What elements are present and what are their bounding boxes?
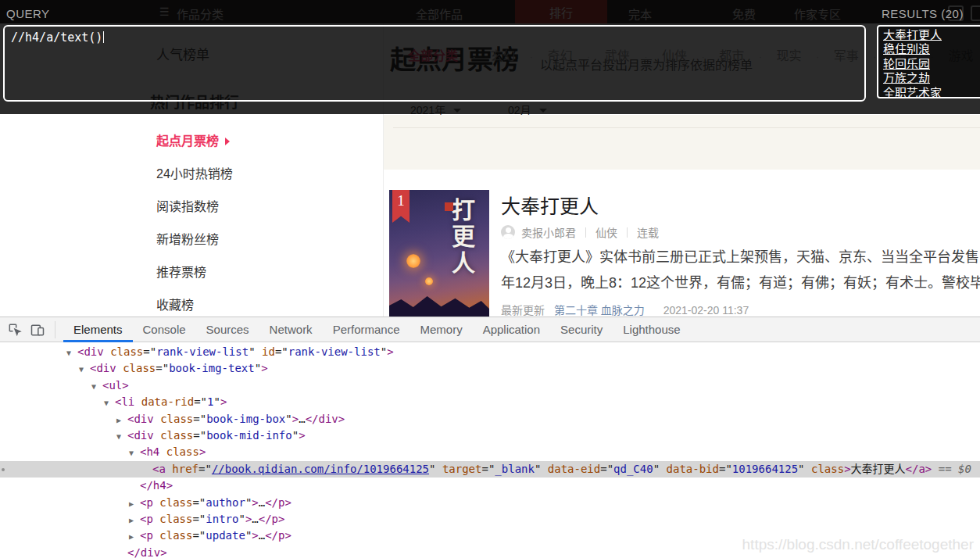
code-token: </div> [306, 413, 345, 425]
dom-tree-row[interactable]: ▶<p class="author">…</p> [0, 495, 980, 511]
text-caret [103, 31, 104, 43]
code-token: </p> [265, 529, 291, 542]
tab-network[interactable]: Network [259, 317, 323, 342]
expand-arrow-icon[interactable]: ▶ [129, 528, 140, 545]
screen: ☰ 作品分类 全部作品 排行 完本 免费 作家专区 人气榜单 热门作品排行 起点… [0, 0, 980, 558]
code-token: > [261, 362, 267, 374]
latest-chapter-link[interactable]: 第二十章 血脉之力 [554, 304, 645, 317]
expand-arrow-icon[interactable]: ▼ [104, 395, 115, 411]
code-token: " [285, 413, 291, 425]
code-token: <div [90, 362, 116, 374]
inspect-element-icon[interactable] [7, 322, 23, 338]
dom-tree-row[interactable]: ▼<div class="rank-view-list" id="rank-vi… [0, 344, 980, 360]
tab-elements[interactable]: Elements [63, 317, 133, 342]
expand-arrow-icon[interactable]: ▶ [129, 512, 140, 528]
code-token: … [252, 513, 258, 525]
code-token: > [387, 345, 393, 358]
code-token: =" [481, 463, 495, 475]
book-author-link[interactable]: 卖报小郎君 [521, 224, 576, 240]
expand-arrow-icon[interactable]: ▶ [116, 412, 127, 428]
code-token: <p [140, 513, 153, 525]
dom-tree-row[interactable]: </h4> [0, 478, 980, 494]
code-token: " [249, 345, 255, 358]
code-token: href [166, 463, 199, 475]
code-token: … [259, 496, 265, 509]
tab-memory[interactable]: Memory [410, 317, 473, 342]
code-token: =" [193, 413, 206, 425]
tab-console[interactable]: Console [133, 317, 196, 342]
dom-tree-row[interactable]: ▶<p class="intro">…</p> [0, 511, 980, 528]
dom-tree-row[interactable]: ▼<li data-rid="1"> [0, 394, 980, 410]
dom-tree-row[interactable]: ▶<div class="book-img-box">…</div> [0, 411, 980, 427]
code-token: == $0 [932, 463, 971, 475]
dom-tree-row[interactable]: ▼<h4 class> [0, 444, 980, 460]
code-token: class [153, 496, 193, 509]
code-token: rank-view-list [288, 345, 381, 358]
xpath-query-input[interactable]: //h4/a/text() [11, 30, 104, 45]
sidebar-item-reading-index[interactable]: 阅读指数榜 [156, 196, 219, 215]
expand-arrow-icon[interactable]: ▼ [129, 445, 140, 461]
sidebar-item-recommend-ticket[interactable]: 推荐票榜 [156, 262, 206, 281]
code-token: <div [127, 429, 154, 442]
book-intro-line1: 《大奉打更人》实体书前三册已正式上架预售，天猫、京东、当当全平台发售 [501, 245, 979, 266]
sidebar-item-24h-sales[interactable]: 24小时热销榜 [156, 163, 233, 182]
code-token: 大奉打更人 [851, 463, 906, 475]
book-cover-image[interactable]: 打更人 1 [389, 190, 489, 323]
tab-sources[interactable]: Sources [196, 317, 259, 342]
code-token: data-rid [134, 395, 194, 408]
dom-tree-row[interactable]: <a href="//book.qidian.com/info/10196641… [0, 461, 980, 478]
code-token: " [238, 513, 245, 525]
tab-application[interactable]: Application [473, 317, 550, 342]
author-avatar-icon [501, 225, 515, 239]
device-toolbar-icon[interactable] [30, 322, 45, 338]
results-label: RESULTS (20) [882, 7, 964, 20]
expand-arrow-icon[interactable]: ▼ [66, 345, 77, 361]
book-title-link[interactable]: 大奉打更人 [501, 191, 599, 219]
expand-arrow-icon[interactable]: ▼ [116, 428, 127, 445]
sidebar-item-collection[interactable]: 收藏榜 [156, 295, 194, 313]
code-token: <a [152, 463, 166, 475]
dom-tree-row[interactable]: ▼<div class="book-mid-info"> [0, 427, 980, 444]
divider [393, 127, 980, 128]
dom-tree-row[interactable]: ▼<div class="book-img-text"> [0, 360, 980, 377]
tab-lighthouse[interactable]: Lighthouse [613, 317, 690, 342]
code-token: > [220, 395, 227, 408]
code-token: <ul> [102, 379, 129, 392]
book-status: 连载 [637, 224, 659, 240]
sidebar-item-monthly-ticket[interactable]: 起点月票榜 [156, 131, 230, 149]
book-genre-link[interactable]: 仙侠 [596, 224, 617, 240]
code-token: =" [719, 463, 732, 475]
code-token: target [435, 463, 481, 475]
code-token: intro [206, 513, 238, 525]
xpath-query-box[interactable]: //h4/a/text() [3, 25, 866, 102]
code-token: </p> [259, 513, 285, 525]
code-token: =" [600, 463, 613, 475]
tab-security[interactable]: Security [550, 317, 613, 342]
divider [627, 227, 628, 238]
result-item: 全职艺术家 [883, 86, 980, 98]
expand-arrow-icon[interactable]: ▶ [129, 495, 140, 512]
code-token: update [206, 529, 245, 542]
code-token: class [159, 445, 199, 458]
dom-tree-row[interactable]: ▼<ul> [0, 377, 980, 394]
update-label: 最新更新 [501, 304, 545, 317]
expand-arrow-icon[interactable]: ▼ [91, 378, 102, 395]
result-item: 稳住别浪 [883, 42, 980, 56]
category-band [384, 115, 980, 170]
code-token: " [255, 362, 261, 374]
code-token: <p [140, 496, 153, 509]
selection-dot [2, 468, 5, 471]
code-token: =" [199, 463, 212, 475]
seal-stamp-icon [445, 202, 453, 211]
code-token: " [381, 345, 387, 358]
code-token: =" [194, 395, 207, 408]
tab-performance[interactable]: Performance [323, 317, 410, 342]
divider [55, 321, 55, 338]
code-token: data-eid [541, 463, 600, 475]
code-token: " [292, 429, 299, 442]
code-token: class [154, 413, 194, 425]
code-token: 1019664125 [732, 463, 798, 475]
sidebar-item-new-fans[interactable]: 新增粉丝榜 [156, 229, 219, 248]
expand-arrow-icon[interactable]: ▼ [79, 361, 90, 377]
lantern-art [425, 277, 433, 285]
